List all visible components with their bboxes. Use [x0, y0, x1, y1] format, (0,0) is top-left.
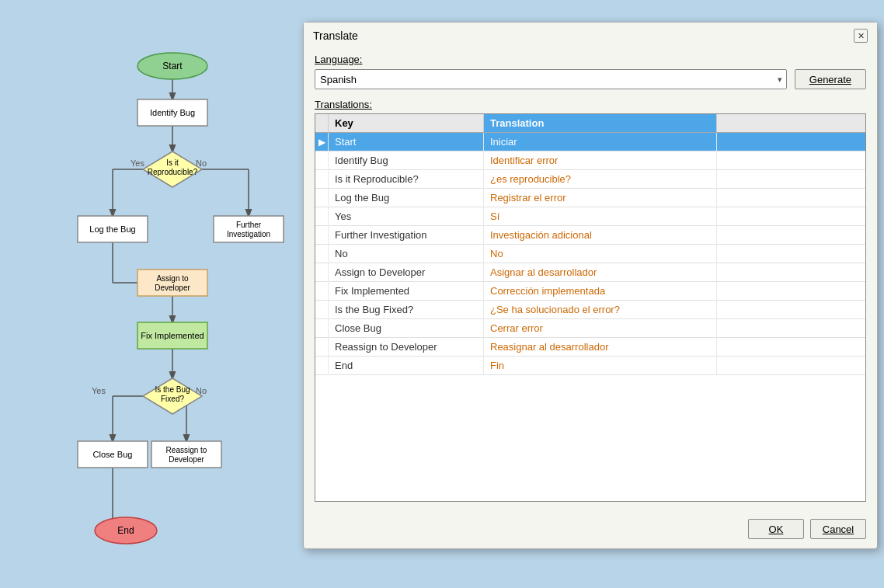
dialog-body: Language: Spanish French German Italian … [304, 47, 877, 513]
cell-translation: Sí [484, 207, 717, 226]
translations-label: Translations: [315, 99, 866, 110]
svg-text:Yes: Yes [131, 158, 144, 168]
svg-text:Is the Bug: Is the Bug [155, 385, 190, 394]
close-button[interactable]: ✕ [854, 29, 868, 43]
cell-key: End [329, 357, 484, 375]
table-row[interactable]: ▶StartIniciar [315, 133, 865, 151]
cell-translation: Investigación adicional [484, 226, 717, 245]
cell-translation: Iniciar [484, 133, 717, 151]
row-indicator [315, 263, 329, 282]
svg-text:Reproducible?: Reproducible? [148, 168, 198, 176]
svg-text:Yes: Yes [92, 386, 106, 395]
svg-text:Developer: Developer [155, 284, 190, 292]
svg-text:End: End [117, 525, 134, 536]
cell-key: Close Bug [329, 319, 484, 338]
cell-extra [717, 151, 866, 170]
table-row[interactable]: EndFin [315, 357, 865, 375]
row-indicator [315, 301, 329, 319]
table-row[interactable]: Assign to DeveloperAsignar al desarrolla… [315, 263, 865, 282]
svg-text:Reassign to: Reassign to [166, 446, 207, 454]
row-indicator [315, 151, 329, 170]
table-row[interactable]: Close BugCerrar error [315, 319, 865, 338]
cell-key: Reassign to Developer [329, 338, 484, 357]
table-row[interactable]: Fix ImplementedCorrección implementada [315, 282, 865, 301]
svg-text:Further: Further [236, 221, 262, 229]
cell-translation: Identificar error [484, 151, 717, 170]
cell-translation: ¿es reproducible? [484, 170, 717, 189]
col-indicator [315, 114, 329, 133]
cell-key: Assign to Developer [329, 263, 484, 282]
language-select[interactable]: Spanish French German Italian Portuguese [315, 69, 787, 89]
svg-text:Fix Implemented: Fix Implemented [141, 331, 204, 340]
cell-extra [717, 170, 866, 189]
table-row[interactable]: Log the BugRegistrar el error [315, 189, 865, 207]
cell-extra [717, 245, 866, 263]
cell-extra [717, 301, 866, 319]
cell-translation: Corrección implementada [484, 282, 717, 301]
row-indicator [315, 226, 329, 245]
table-body: ▶StartIniciarIdentify BugIdentificar err… [315, 133, 865, 375]
cell-key: Identify Bug [329, 151, 484, 170]
cell-key: Log the Bug [329, 189, 484, 207]
table-row[interactable]: Is the Bug Fixed?¿Se ha solucionado el e… [315, 301, 865, 319]
svg-text:Fixed?: Fixed? [161, 395, 184, 403]
cell-translation: ¿Se ha solucionado el error? [484, 301, 717, 319]
cell-key: Yes [329, 207, 484, 226]
cell-key: Is the Bug Fixed? [329, 301, 484, 319]
dialog-title: Translate [313, 30, 358, 42]
table-row[interactable]: NoNo [315, 245, 865, 263]
language-row: Spanish French German Italian Portuguese… [315, 69, 866, 89]
row-indicator [315, 319, 329, 338]
translations-table: Key Translation ▶StartIniciarIdentify Bu… [315, 114, 865, 375]
language-select-wrapper[interactable]: Spanish French German Italian Portuguese [315, 69, 787, 89]
cell-key: Fix Implemented [329, 282, 484, 301]
table-row[interactable]: Identify BugIdentificar error [315, 151, 865, 170]
cell-key: No [329, 245, 484, 263]
node-identify: Identify Bug [150, 108, 195, 117]
ok-button[interactable]: OK [748, 519, 804, 539]
flowchart: Yes No Yes No Start Identify Bug Is it R… [0, 0, 287, 588]
cell-translation: Cerrar error [484, 319, 717, 338]
row-indicator [315, 357, 329, 375]
cell-extra [717, 319, 866, 338]
cell-extra [717, 189, 866, 207]
table-row[interactable]: Is it Reproducible?¿es reproducible? [315, 170, 865, 189]
cell-translation: No [484, 245, 717, 263]
svg-text:Close Bug: Close Bug [93, 450, 133, 459]
translations-table-wrapper[interactable]: Key Translation ▶StartIniciarIdentify Bu… [315, 113, 866, 502]
cell-translation: Registrar el error [484, 189, 717, 207]
table-row[interactable]: YesSí [315, 207, 865, 226]
cell-key: Is it Reproducible? [329, 170, 484, 189]
row-indicator [315, 338, 329, 357]
cell-extra [717, 282, 866, 301]
cell-extra [717, 338, 866, 357]
svg-text:Assign to: Assign to [156, 274, 189, 283]
cell-extra [717, 263, 866, 282]
node-start: Start [162, 61, 183, 71]
row-indicator [315, 282, 329, 301]
cell-translation: Asignar al desarrollador [484, 263, 717, 282]
cell-extra [717, 133, 866, 151]
row-indicator [315, 245, 329, 263]
svg-text:Developer: Developer [169, 455, 204, 464]
svg-text:Investigation: Investigation [227, 230, 270, 238]
generate-button[interactable]: Generate [795, 69, 866, 89]
table-row[interactable]: Further InvestigationInvestigación adici… [315, 226, 865, 245]
table-row[interactable]: Reassign to DeveloperReasignar al desarr… [315, 338, 865, 357]
cell-extra [717, 357, 866, 375]
cell-extra [717, 226, 866, 245]
cell-extra [717, 207, 866, 226]
language-label: Language: [315, 54, 866, 65]
row-indicator [315, 189, 329, 207]
dialog-footer: OK Cancel [304, 513, 877, 548]
cell-translation: Fin [484, 357, 717, 375]
col-extra-header [717, 114, 866, 133]
table-header: Key Translation [315, 114, 865, 133]
row-indicator [315, 207, 329, 226]
col-key-header: Key [329, 114, 484, 133]
svg-text:Is it: Is it [166, 158, 179, 167]
svg-text:Log the Bug: Log the Bug [89, 224, 135, 234]
cell-translation: Reasignar al desarrollador [484, 338, 717, 357]
cancel-button[interactable]: Cancel [810, 519, 866, 539]
cell-key: Further Investigation [329, 226, 484, 245]
